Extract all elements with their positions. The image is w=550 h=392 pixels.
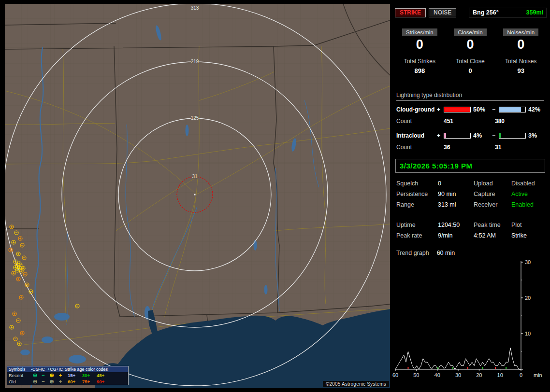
trend-window-value: 60 min (437, 250, 455, 256)
total-close-value: 0 (468, 67, 472, 74)
neg-cg-old-icon: ⊖ (31, 379, 39, 384)
ring-label: 125 (191, 115, 199, 121)
age-code: 60+ (68, 379, 82, 384)
pos-ic-old-icon: + (56, 379, 65, 384)
cg-negative-count: 380 (495, 118, 544, 125)
trend-graph-svg: 3020106050403020100min (392, 257, 548, 379)
ring-label: 219 (191, 59, 199, 64)
ic-count-row: Count 36 31 (396, 144, 544, 151)
count-label: Count (396, 144, 444, 151)
persistence-value: 90 min (438, 191, 474, 197)
lightning-distribution-section: Lightning type distribution Cloud-ground… (396, 92, 544, 151)
cg-negative-fill (499, 107, 521, 112)
y-tick-label: 20 (525, 295, 531, 301)
close-per-min-value: 0 (466, 38, 474, 51)
range-value: 313 mi (438, 201, 474, 208)
ic-positive-pct: 4% (471, 132, 492, 139)
plus-sign: + (437, 132, 444, 139)
copyright: ©2005 Astrogenic Systems (323, 381, 389, 387)
capture-label: Capture (474, 191, 511, 197)
legend-recent-row: Recent ⊖ − ⊕ + 15+ 30+ 45+ (7, 372, 128, 378)
upload-value: Disabled (511, 180, 544, 187)
legend-header-row: Symbols -CG -IC +CG +IC Strike age color… (7, 366, 128, 372)
map-svg: 313 219 125 31 (5, 4, 390, 388)
x-unit-label: min (534, 372, 542, 378)
cg-positive-bar (444, 107, 471, 112)
peak-time-label: Peak time (474, 222, 511, 228)
intracloud-label: Intracloud (396, 132, 437, 139)
total-strikes-value: 898 (414, 67, 425, 74)
sensor-location-marker (194, 194, 196, 196)
mode-toolbar: STRIKE NOISE Bng 256° 359mi (392, 4, 548, 17)
minus-sign: − (492, 106, 499, 113)
x-tick-label: 10 (497, 372, 503, 378)
trend-series-line (395, 348, 521, 369)
peak-time-value: 4:52 AM (474, 232, 511, 239)
close-per-min-label: Close/min (454, 28, 486, 36)
y-tick-label: 30 (525, 259, 531, 265)
strikes-per-min-value: 0 (416, 38, 423, 51)
age-code: 30+ (82, 373, 97, 378)
ic-negative-pct: 3% (526, 132, 544, 139)
neg-ic-icon: − (39, 373, 47, 378)
range-label: Range (396, 201, 438, 208)
noise-button[interactable]: NOISE (429, 8, 456, 17)
age-code: 45+ (97, 373, 113, 378)
cg-count-row: Count 451 380 (396, 118, 544, 125)
squelch-value: 0 (438, 180, 474, 187)
uptime-value: 1204:50 (438, 222, 474, 228)
cg-positive-count: 451 (444, 118, 495, 125)
control-panel: STRIKE NOISE Bng 256° 359mi Strikes/min … (392, 4, 548, 388)
receiver-label: Receiver (474, 201, 511, 208)
x-tick-label: 40 (434, 372, 440, 378)
legend-col-nic: -IC (39, 367, 47, 372)
trend-graph: 3020106050403020100min (392, 257, 548, 380)
legend-col-ncg: -CG (31, 367, 39, 372)
ic-negative-count: 31 (495, 144, 544, 151)
map-panel[interactable]: 313 219 125 31 Symbols -CG -IC +CG +IC S… (5, 4, 390, 388)
strikes-per-min-counter: Strikes/min 0 Total Strikes 898 (394, 28, 445, 74)
ic-negative-fill (499, 133, 501, 138)
total-noises-value: 93 (517, 67, 524, 74)
close-per-min-counter: Close/min 0 Total Close 0 (445, 28, 496, 74)
rate-counters: Strikes/min 0 Total Strikes 898 Close/mi… (392, 28, 548, 74)
settings-grid: Squelch 0 Upload Disabled Persistence 90… (396, 180, 544, 208)
squelch-label: Squelch (396, 180, 438, 187)
stats-grid: Uptime 1204:50 Peak time Plot Peak rate … (396, 222, 544, 239)
x-tick-label: 30 (455, 372, 461, 378)
datetime-display: 3/3/2026 5:05:19 PM (395, 159, 545, 173)
plot-label: Plot (511, 222, 544, 228)
age-code: 15+ (68, 373, 82, 378)
trend-graph-label: Trend graph (396, 250, 429, 256)
pos-ic-icon: + (56, 373, 65, 378)
x-tick-label: 50 (413, 372, 419, 378)
legend-age-title: Strike age color codes (65, 367, 113, 372)
persistence-label: Persistence (396, 191, 438, 197)
x-tick-label: 0 (520, 372, 522, 378)
peak-rate-value: 9/min (438, 232, 474, 239)
legend-col-pcg: +CG (47, 367, 56, 372)
ring-label: 313 (191, 5, 199, 11)
neg-ic-old-icon: − (39, 379, 47, 384)
legend-row-label: Old (9, 379, 31, 384)
bearing-range: 359mi (526, 9, 543, 16)
upload-label: Upload (474, 180, 511, 187)
pos-cg-old-icon: ⊕ (47, 379, 56, 384)
total-noises-label: Total Noises (505, 58, 536, 65)
cg-negative-pct: 42% (526, 106, 544, 113)
noises-per-min-value: 0 (517, 38, 524, 51)
noises-per-min-counter: Noises/min 0 Total Noises 93 (495, 28, 546, 74)
uptime-label: Uptime (396, 222, 438, 228)
ic-negative-bar (499, 133, 526, 139)
age-code: 90+ (97, 379, 113, 384)
legend-old-row: Old ⊖ − ⊕ + 60+ 75+ 90+ (7, 378, 128, 385)
strike-button[interactable]: STRIKE (395, 8, 426, 17)
legend-symbols-title: Symbols (9, 367, 31, 372)
ic-positive-bar (444, 133, 471, 139)
neg-cg-icon: ⊖ (31, 373, 39, 378)
ring-label: 31 (192, 174, 198, 179)
cloud-ground-label: Cloud-ground (396, 106, 437, 113)
legend-row-label: Recent (9, 373, 31, 378)
bearing-display: Bng 256° 359mi (469, 8, 547, 17)
cg-positive-pct: 50% (471, 106, 492, 113)
